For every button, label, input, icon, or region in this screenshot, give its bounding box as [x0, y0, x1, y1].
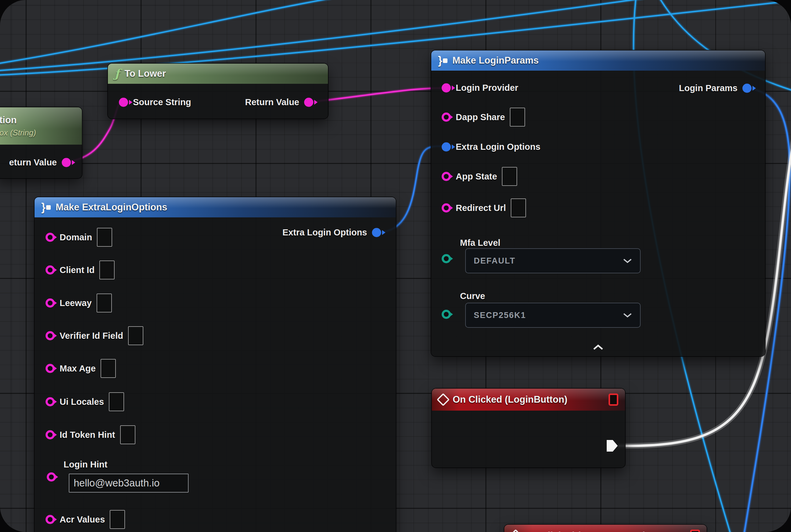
node-header[interactable]: } Make LoginParams: [431, 51, 765, 71]
node-header[interactable]: } Make ExtraLoginOptions: [35, 197, 396, 217]
pin-label: Domain: [60, 232, 92, 243]
pin-label: Max Age: [60, 363, 96, 374]
pin-label: Curve: [460, 291, 485, 301]
node-title: On Clicked (LoginButton): [453, 394, 567, 405]
pin-row: Acr Values: [45, 510, 125, 529]
value-box[interactable]: [97, 293, 112, 312]
wire-tolower-to-login-provider: [308, 88, 443, 102]
pin-label: eturn Value: [9, 157, 57, 168]
chevron-down-icon: [623, 258, 632, 264]
pin-row: Id Token Hint: [45, 425, 135, 444]
struct-pin[interactable]: [742, 83, 752, 93]
pin-label: App State: [456, 172, 497, 182]
string-pin[interactable]: [47, 472, 56, 481]
pin-label: Extra Login Options: [456, 142, 540, 152]
node-subtitle-fragment: ox (String): [0, 128, 36, 138]
node-header[interactable]: On Clicked (LogoutButton): [504, 525, 707, 532]
string-pin[interactable]: [45, 430, 55, 439]
node-make-extra-login-options[interactable]: } Make ExtraLoginOptions Extra Login Opt…: [35, 197, 396, 532]
string-pin[interactable]: [45, 397, 55, 406]
value-box[interactable]: [109, 392, 124, 411]
widget-delegate-icon: [690, 530, 700, 532]
pin-row: Return Value: [245, 97, 313, 107]
collapse-node-button[interactable]: [431, 345, 765, 350]
string-pin[interactable]: [119, 97, 128, 107]
chevron-up-icon: [593, 345, 603, 350]
node-header[interactable]: ƒ To Lower: [108, 63, 328, 84]
string-pin[interactable]: [62, 158, 71, 167]
string-pin[interactable]: [45, 331, 55, 340]
string-pin[interactable]: [45, 233, 55, 242]
pin-row: Extra Login Options: [442, 142, 540, 152]
string-pin[interactable]: [442, 172, 451, 181]
pin-row: Login Params: [679, 83, 752, 93]
pin-label: Source String: [133, 97, 191, 107]
value-box[interactable]: [128, 326, 143, 345]
dropdown-value: DEFAULT: [474, 256, 516, 266]
function-icon: ƒ: [115, 68, 119, 79]
pin-label: Ui Locales: [60, 397, 104, 407]
pin-label: Login Provider: [456, 83, 518, 93]
pin-label: Leeway: [60, 298, 92, 308]
value-box[interactable]: [110, 510, 125, 529]
value-box[interactable]: [100, 359, 116, 378]
curve-dropdown[interactable]: SECP256K1: [465, 303, 641, 328]
value-box[interactable]: [510, 108, 525, 127]
value-box[interactable]: [97, 228, 112, 247]
string-pin[interactable]: [442, 113, 451, 122]
exec-output-pin[interactable]: [607, 440, 618, 452]
node-on-clicked-login-button[interactable]: On Clicked (LoginButton): [432, 388, 625, 468]
enum-pin[interactable]: [442, 254, 451, 263]
string-pin[interactable]: [442, 203, 451, 212]
string-pin[interactable]: [45, 299, 55, 308]
node-partial-function[interactable]: tion ox (String) eturn Value: [0, 107, 82, 178]
pin-row: Max Age: [45, 359, 116, 378]
pin-label: Redirect Url: [456, 203, 506, 213]
pin-row: App State: [442, 167, 517, 186]
pin-row: Verifier Id Field: [45, 326, 143, 345]
pin-label: Client Id: [60, 265, 94, 275]
string-pin[interactable]: [45, 515, 55, 524]
node-header[interactable]: On Clicked (LoginButton): [432, 388, 625, 411]
node-title: Make LoginParams: [452, 55, 539, 66]
mfa-level-dropdown[interactable]: DEFAULT: [465, 248, 641, 273]
pin-row: Dapp Share: [442, 108, 525, 127]
value-box[interactable]: [511, 198, 526, 217]
value-box[interactable]: [99, 261, 115, 280]
chevron-down-icon: [623, 313, 632, 318]
node-title-fragment: tion: [0, 115, 17, 126]
node-make-login-params[interactable]: } Make LoginParams Login Params Login Pr…: [431, 51, 765, 356]
dropdown-value: SECP256K1: [474, 311, 526, 320]
enum-pin[interactable]: [442, 310, 451, 319]
pin-label: Login Hint: [63, 459, 107, 470]
node-to-lower[interactable]: ƒ To Lower Source String Return Value: [108, 63, 328, 119]
pin-row: Source String: [119, 97, 191, 107]
node-title: Make ExtraLoginOptions: [56, 202, 167, 213]
pin-row: Ui Locales: [45, 392, 124, 411]
value-box[interactable]: [502, 167, 517, 186]
blueprint-editor: tion ox (String) eturn Value ƒ To Lower …: [0, 0, 791, 532]
pin-row: Leeway: [45, 293, 112, 312]
pin-label: Acr Values: [60, 515, 105, 525]
node-on-clicked-logout-button[interactable]: On Clicked (LogoutButton): [504, 525, 707, 532]
pin-row: Domain: [45, 228, 112, 247]
node-header[interactable]: tion ox (String): [0, 107, 82, 145]
pin-row: Redirect Url: [442, 198, 526, 217]
value-box[interactable]: [120, 425, 135, 444]
make-struct-icon: }: [41, 202, 51, 213]
string-pin[interactable]: [45, 364, 55, 373]
pin-label: Mfa Level: [460, 238, 500, 248]
make-struct-icon: }: [438, 55, 447, 66]
struct-pin[interactable]: [372, 228, 381, 237]
login-hint-input[interactable]: hello@web3auth.io: [69, 474, 189, 493]
blueprint-graph-canvas[interactable]: tion ox (String) eturn Value ƒ To Lower …: [0, 0, 791, 532]
pin-row: Client Id: [45, 261, 115, 280]
string-pin[interactable]: [304, 97, 313, 107]
pin-label: Extra Login Options: [283, 227, 367, 238]
pin-label: Login Params: [679, 83, 737, 93]
struct-pin[interactable]: [442, 142, 451, 151]
string-pin[interactable]: [442, 83, 451, 92]
string-pin[interactable]: [45, 265, 55, 274]
event-diamond-icon: [509, 529, 522, 532]
pin-label: Verifier Id Field: [60, 331, 123, 341]
